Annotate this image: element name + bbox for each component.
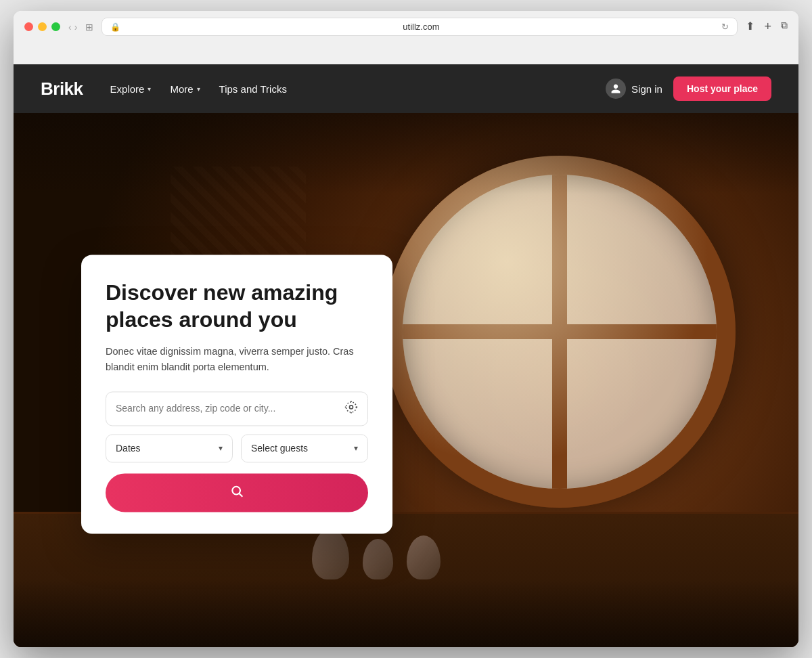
forward-button[interactable]: ›	[74, 22, 78, 32]
dates-label: Dates	[116, 443, 141, 454]
nav-links: Explore ▾ More ▾ Tips and Tricks	[110, 83, 606, 95]
sidebar-toggle-icon[interactable]: ⊞	[85, 22, 93, 32]
address-search-field[interactable]	[106, 391, 368, 426]
vase-2	[363, 539, 393, 579]
refresh-icon[interactable]: ↻	[721, 22, 729, 32]
browser-chrome: ‹ › ⊞ 🔒 utillz.com ↻ ⬆ + ⧉	[14, 11, 798, 64]
guests-chevron-icon: ▾	[354, 443, 358, 453]
vase-1	[312, 529, 349, 579]
nav-explore[interactable]: Explore ▾	[110, 83, 152, 95]
url-display: utillz.com	[126, 22, 716, 32]
vase-container	[312, 529, 441, 579]
svg-line-7	[240, 494, 243, 497]
browser-actions: ⬆ + ⧉	[746, 20, 788, 34]
windows-icon[interactable]: ⧉	[781, 20, 788, 34]
host-place-button[interactable]: Host your place	[673, 76, 771, 101]
search-card: Discover new amazing places around you D…	[81, 255, 392, 533]
nav-tips[interactable]: Tips and Tricks	[219, 83, 287, 95]
svg-point-6	[232, 487, 240, 495]
hero-title: Discover new amazing places around you	[106, 279, 368, 333]
round-window-decoration	[384, 156, 736, 508]
site-nav: Brikk Explore ▾ More ▾ Tips and Tricks	[14, 64, 798, 113]
sign-in-label: Sign in	[631, 83, 662, 95]
nav-arrows: ‹ ›	[68, 22, 77, 32]
guests-label: Select guests	[251, 443, 308, 454]
search-button[interactable]	[106, 473, 368, 512]
traffic-light-green[interactable]	[51, 22, 60, 31]
svg-point-0	[350, 405, 353, 409]
hero-section: 🌿 Discover new amazing places around you…	[14, 113, 798, 647]
back-button[interactable]: ‹	[68, 22, 72, 32]
site-logo[interactable]: Brikk	[41, 79, 83, 100]
more-chevron-icon: ▾	[197, 85, 200, 93]
nav-more[interactable]: More ▾	[170, 83, 200, 95]
address-bar[interactable]: 🔒 utillz.com ↻	[102, 18, 738, 36]
traffic-light-yellow[interactable]	[38, 22, 47, 31]
sign-in-button[interactable]: Sign in	[606, 79, 662, 99]
location-target-icon[interactable]	[344, 400, 358, 417]
lock-icon: 🔒	[110, 22, 120, 32]
browser-window: ‹ › ⊞ 🔒 utillz.com ↻ ⬆ + ⧉ Brikk Ex	[14, 11, 798, 647]
user-icon	[606, 79, 626, 99]
dates-dropdown[interactable]: Dates ▾	[106, 434, 233, 462]
traffic-lights	[24, 22, 60, 31]
vase-3	[407, 535, 441, 579]
nav-right: Sign in Host your place	[606, 76, 771, 101]
svg-point-1	[346, 402, 357, 412]
dates-chevron-icon: ▾	[219, 443, 223, 453]
traffic-light-red[interactable]	[24, 22, 33, 31]
guests-dropdown[interactable]: Select guests ▾	[241, 434, 368, 462]
website: Brikk Explore ▾ More ▾ Tips and Tricks	[14, 64, 798, 647]
new-tab-icon[interactable]: +	[764, 20, 771, 34]
search-icon	[230, 484, 244, 501]
search-filters: Dates ▾ Select guests ▾	[106, 434, 368, 462]
share-icon[interactable]: ⬆	[746, 20, 754, 34]
explore-chevron-icon: ▾	[148, 85, 151, 93]
address-input[interactable]	[116, 403, 338, 414]
hero-description: Donec vitae dignissim magna, viverra sem…	[106, 344, 368, 375]
